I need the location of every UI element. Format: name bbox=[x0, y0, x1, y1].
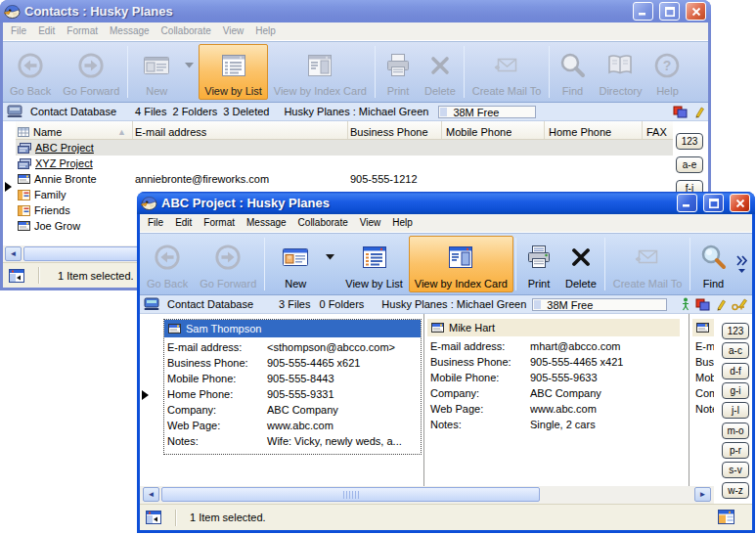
toolbar-separator bbox=[515, 238, 516, 290]
alpha-tab-d-f[interactable]: d-f bbox=[722, 363, 749, 379]
directory-button[interactable]: Directory bbox=[593, 44, 647, 100]
delete-button[interactable]: Delete bbox=[419, 44, 462, 100]
view-by-index-card-button[interactable]: View by Index Card bbox=[268, 44, 373, 100]
new-button[interactable]: New bbox=[130, 44, 183, 100]
grid-icon bbox=[18, 127, 29, 137]
menu-collaborate[interactable]: Collaborate bbox=[156, 23, 217, 39]
infobar-files: 4 Files bbox=[135, 106, 166, 117]
horizontal-scrollbar[interactable]: ◄ ► bbox=[140, 486, 714, 504]
go-back-button[interactable]: Go Back bbox=[4, 44, 57, 100]
card-header[interactable]: Mike Hart bbox=[427, 319, 680, 336]
new-button[interactable]: New bbox=[267, 236, 324, 292]
menu-view[interactable]: View bbox=[354, 215, 387, 231]
alpha-tab-j-l[interactable]: j-l bbox=[722, 402, 749, 419]
alpha-tab-a-e[interactable]: a-e bbox=[676, 156, 703, 173]
contact-card-partial[interactable]: E-mail address: Business Phone: Mobile P… bbox=[692, 319, 714, 422]
column-fax[interactable]: FAX bbox=[643, 121, 673, 139]
toolbar-overflow-chevron[interactable] bbox=[734, 254, 751, 274]
menu-collaborate[interactable]: Collaborate bbox=[292, 215, 354, 231]
scroll-left-arrow[interactable]: ◄ bbox=[5, 246, 22, 261]
delete-icon bbox=[427, 45, 453, 85]
view-by-list-button[interactable]: View by List bbox=[199, 44, 268, 100]
contact-card-mike-hart[interactable]: Mike Hart E-mail address:mhart@abcco.com… bbox=[427, 319, 680, 437]
print-button[interactable]: Print bbox=[518, 236, 559, 292]
go-back-button[interactable]: Go Back bbox=[141, 236, 194, 292]
menu-view[interactable]: View bbox=[217, 23, 250, 39]
app-icon bbox=[141, 196, 157, 210]
close-button[interactable] bbox=[730, 194, 750, 212]
maximize-button[interactable] bbox=[703, 194, 724, 212]
group-icon bbox=[18, 205, 30, 216]
card-header[interactable]: Sam Thompson bbox=[164, 320, 421, 337]
column-mobile-phone[interactable]: Mobile Phone bbox=[442, 121, 545, 139]
go-forward-button[interactable]: Go Forward bbox=[194, 236, 262, 292]
toggle-panel-icon[interactable] bbox=[9, 269, 24, 283]
find-button[interactable]: Find bbox=[692, 236, 734, 292]
column-name[interactable]: Name ▲ bbox=[16, 121, 133, 139]
contact-card-icon bbox=[18, 174, 30, 184]
menu-format[interactable]: Format bbox=[198, 215, 241, 231]
menu-message[interactable]: Message bbox=[241, 215, 292, 231]
menu-file[interactable]: File bbox=[142, 215, 169, 231]
menu-help[interactable]: Help bbox=[249, 23, 282, 39]
card-column-divider bbox=[423, 314, 424, 486]
help-button[interactable]: ? Help bbox=[647, 44, 687, 100]
titlebar-contacts[interactable]: Contacts : Husky Planes bbox=[0, 0, 711, 22]
card-header[interactable] bbox=[692, 319, 714, 336]
print-icon bbox=[383, 45, 413, 85]
app-icon bbox=[4, 4, 21, 19]
alpha-tab-g-i[interactable]: g-i bbox=[722, 382, 749, 399]
alpha-index-panel: 123 a-c d-f g-i j-l m-o p-r s-v w-z bbox=[714, 314, 752, 504]
alpha-tab-123[interactable]: 123 bbox=[722, 323, 749, 339]
contact-card-sam-thompson[interactable]: Sam Thompson E-mail address:<sthompson@a… bbox=[163, 319, 422, 455]
toggle-panel-icon[interactable] bbox=[146, 511, 161, 524]
minimize-button[interactable] bbox=[633, 2, 653, 21]
alpha-tab-a-c[interactable]: a-c bbox=[722, 342, 749, 359]
project-icon bbox=[18, 143, 31, 154]
maximize-button[interactable] bbox=[659, 2, 680, 21]
menu-edit[interactable]: Edit bbox=[32, 23, 61, 39]
scroll-thumb[interactable] bbox=[161, 487, 540, 502]
titlebar-abc-project[interactable]: ABC Project : Husky Planes bbox=[137, 192, 755, 214]
menu-file[interactable]: File bbox=[5, 23, 32, 39]
alpha-tab-p-r[interactable]: p-r bbox=[722, 442, 749, 459]
alpha-tab-s-v[interactable]: s-v bbox=[722, 462, 749, 478]
scroll-left-arrow[interactable]: ◄ bbox=[143, 487, 159, 502]
view-by-index-card-button[interactable]: View by Index Card bbox=[409, 236, 513, 292]
menu-help[interactable]: Help bbox=[386, 215, 419, 231]
column-email[interactable]: E-mail address bbox=[133, 121, 348, 139]
create-mail-to-button[interactable]: Create Mail To bbox=[467, 44, 548, 100]
column-headers: Name ▲ E-mail address Business Phone Mob… bbox=[16, 121, 673, 140]
contact-card-icon bbox=[696, 323, 709, 333]
alpha-tab-m-o[interactable]: m-o bbox=[722, 423, 749, 439]
delete-button[interactable]: Delete bbox=[559, 236, 602, 292]
create-mail-to-button[interactable]: Create Mail To bbox=[607, 236, 689, 292]
alpha-tab-123[interactable]: 123 bbox=[676, 133, 703, 150]
view-by-index-card-icon bbox=[446, 237, 475, 278]
contact-row-abc-project[interactable]: ABC Project bbox=[16, 140, 673, 156]
scroll-right-arrow[interactable]: ► bbox=[694, 487, 711, 502]
contact-row-xyz-project[interactable]: XYZ Project bbox=[16, 156, 673, 171]
print-icon bbox=[524, 237, 554, 278]
menu-format[interactable]: Format bbox=[61, 23, 104, 39]
go-back-icon bbox=[154, 237, 181, 278]
toolbar-separator bbox=[689, 238, 690, 290]
menu-edit[interactable]: Edit bbox=[169, 215, 198, 231]
view-by-list-button[interactable]: View by List bbox=[339, 236, 409, 292]
new-dropdown-arrow[interactable] bbox=[324, 236, 339, 292]
close-button[interactable] bbox=[686, 2, 706, 21]
toolbar-separator bbox=[604, 238, 605, 290]
alpha-tab-w-z[interactable]: w-z bbox=[722, 482, 749, 499]
find-button[interactable]: Find bbox=[552, 44, 593, 100]
contact-row-annie-bronte[interactable]: Annie Bronte anniebronte@fireworks.com 9… bbox=[16, 171, 673, 187]
column-home-phone[interactable]: Home Phone bbox=[545, 121, 643, 139]
minimize-button[interactable] bbox=[677, 194, 697, 212]
window-abc-project: ABC Project : Husky Planes File Edit For… bbox=[137, 192, 755, 533]
print-button[interactable]: Print bbox=[378, 44, 419, 100]
menu-message[interactable]: Message bbox=[104, 23, 156, 39]
go-forward-button[interactable]: Go Forward bbox=[57, 44, 125, 100]
toggle-panel-right-icon[interactable] bbox=[718, 510, 734, 524]
new-dropdown-arrow[interactable] bbox=[183, 44, 199, 100]
infobar-account: Husky Planes : Michael Green bbox=[284, 106, 428, 117]
column-business-phone[interactable]: Business Phone bbox=[348, 121, 442, 139]
